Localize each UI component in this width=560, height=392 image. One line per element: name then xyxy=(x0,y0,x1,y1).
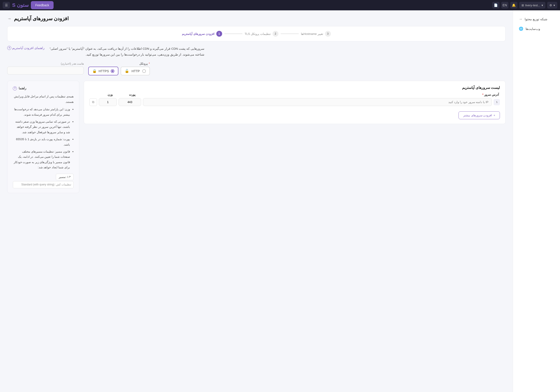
top-navigation: ▾ ⚙ ▾ ...livery-test ⊞ 🔔 EN 📄 Feedback س… xyxy=(0,0,560,10)
step1-label: افزودن سرورهای آپاستریم xyxy=(182,32,214,36)
servers-card: لیست سرورهای آپاستریم آدرس سرور * پورت و… xyxy=(84,81,506,124)
bell-btn[interactable]: 🔔 xyxy=(510,2,518,9)
project-label: ...livery-test xyxy=(525,4,540,7)
chevron-down-icon: ▾ xyxy=(553,4,555,7)
sidebar-item-websites[interactable]: وب‌سایت‌ها 🌐 xyxy=(515,24,558,33)
step3-circle: 3 xyxy=(325,31,331,37)
step-line-2 xyxy=(281,34,299,34)
step-3: تغییر Hostnameها 3 xyxy=(301,31,331,37)
feedback-button[interactable]: Feedback xyxy=(31,1,54,9)
host-header-input[interactable] xyxy=(7,67,84,75)
guide-title-label: راهنما xyxy=(19,86,26,91)
page-arrow-icon: → xyxy=(7,16,11,21)
path-label: مسیر: / xyxy=(59,175,68,179)
server-addr-input[interactable] xyxy=(143,98,492,106)
project-dropdown-btn[interactable]: ▾ ...livery-test ⊞ xyxy=(519,2,545,9)
guide-card: راهنما ? همه‌ی تنظیمات پس از اتمام مراحل… xyxy=(7,81,79,193)
hamburger-btn[interactable]: ☰ xyxy=(3,2,10,9)
help-icon: ? xyxy=(7,46,11,50)
main-layout: شبکه توزیع محتوا → وب‌سایت‌ها 🌐 افزودن س… xyxy=(0,10,560,392)
guide-title: راهنما ? xyxy=(13,86,74,91)
guide-bullet4: قانون مسیر: تنظیمات مسیرهای مختلف صفحات … xyxy=(13,149,70,170)
topnav-right: Feedback ستون S ☰ xyxy=(3,1,54,9)
content-row: لیست سرورهای آپاستریم آدرس سرور * پورت و… xyxy=(7,81,506,193)
protocol-options: HTTPS 🔒 HTTP 🔓 xyxy=(88,67,150,75)
sidebar-item-cdn[interactable]: شبکه توزیع محتوا → xyxy=(515,15,558,23)
main-content: افزودن سرورهای آپاستریم → تغییر Hostname… xyxy=(0,10,513,392)
copy-row-btn[interactable]: ⧉ xyxy=(89,98,97,106)
lang-label: EN xyxy=(503,3,507,7)
brand-icon: S xyxy=(12,2,16,8)
guide-help-icon: ? xyxy=(13,86,17,90)
row-num: ۱ xyxy=(494,99,500,105)
arrow-icon: → xyxy=(519,17,522,21)
col-port-header: پورت xyxy=(121,93,143,96)
server-weight-input[interactable] xyxy=(99,98,117,106)
copy-icon: ⧉ xyxy=(92,100,94,104)
topnav-left: ▾ ⚙ ▾ ...livery-test ⊞ 🔔 EN 📄 xyxy=(55,2,557,9)
plus-icon: + xyxy=(493,114,495,117)
stepper: تغییر Hostnameها 3 تنظیمات پروتکل TLS 2 … xyxy=(7,26,506,41)
guide-link-label: راهنمای افزودن آپاستریم xyxy=(12,46,45,50)
cache-value: Standard (with query string) xyxy=(21,183,54,186)
brand-logo: ستون S xyxy=(12,2,29,8)
chevron-down-icon: ▾ xyxy=(541,4,543,7)
protocol-group: * پروتکل HTTPS 🔒 HTTP xyxy=(88,62,150,75)
http-lock-icon: 🔓 xyxy=(125,69,129,73)
https-radio-dot xyxy=(112,70,113,72)
path-value: /* xyxy=(69,175,71,179)
bell-icon: 🔔 xyxy=(512,3,516,7)
sidebar-item-label: وب‌سایت‌ها xyxy=(526,27,540,31)
guide-link[interactable]: راهنمای افزودن آپاستریم ? xyxy=(7,46,45,50)
servers-table-header: آدرس سرور * پورت وزن xyxy=(89,93,500,96)
col-weight-header: وزن xyxy=(101,93,119,96)
table-row: ۱ ⧉ xyxy=(89,98,500,106)
cache-setting: تنظیمات کش: Standard (with query string) xyxy=(13,181,74,188)
https-lock-icon: 🔒 xyxy=(92,69,97,73)
step2-circle: 2 xyxy=(273,31,279,37)
host-header-group: هاست هدر (اختیاری) xyxy=(7,62,84,75)
step-1: افزودن سرورهای آپاستریم 1 xyxy=(182,31,222,37)
http-radio xyxy=(142,69,146,73)
step2-label: تنظیمات پروتکل TLS xyxy=(245,32,271,36)
https-btn[interactable]: HTTPS 🔒 xyxy=(88,67,118,75)
hamburger-icon: ☰ xyxy=(5,3,8,7)
sidebar-item-label: شبکه توزیع محتوا xyxy=(525,17,547,21)
doc-btn[interactable]: 📄 xyxy=(492,2,500,9)
guide-bullet3: پورت: شماره پورت باید در بازه‌ی 1 تا 655… xyxy=(13,137,70,147)
guide-text1: همه‌ی تنظیمات پس از اتمام مراحل قابل ویر… xyxy=(13,94,74,104)
step1-circle: 1 xyxy=(216,31,222,37)
page-header: افزودن سرورهای آپاستریم → xyxy=(7,16,506,22)
guide-bullet2: در صورتی که تمامی سرورها وزن صفر داشته ب… xyxy=(13,119,70,135)
globe-icon: 🌐 xyxy=(519,27,523,31)
add-server-label: افزودن سرورهای بیشتر xyxy=(463,114,492,117)
add-server-button[interactable]: + افزودن سرورهای بیشتر xyxy=(459,111,500,119)
user-icon: ⚙ xyxy=(550,4,552,7)
step-2: تنظیمات پروتکل TLS 2 xyxy=(245,31,279,37)
page-title: افزودن سرورهای آپاستریم xyxy=(14,16,69,22)
http-label: HTTP xyxy=(132,69,140,73)
http-btn[interactable]: HTTP 🔓 xyxy=(121,67,150,75)
server-port-input[interactable] xyxy=(119,98,141,106)
servers-section-title: لیست سرورهای آپاستریم xyxy=(89,86,500,90)
step3-label: تغییر Hostnameها xyxy=(301,32,323,36)
doc-icon: 📄 xyxy=(494,3,498,7)
description-text: سرورهایی که پشت CDN قرار می‌گیرند و CDN … xyxy=(47,46,204,57)
https-label: HTTPS xyxy=(99,69,109,73)
step-line-1 xyxy=(224,34,242,34)
path-badge: مسیر: / /* xyxy=(56,174,74,180)
user-dropdown-btn[interactable]: ▾ ⚙ xyxy=(547,2,557,9)
col-addr-header: آدرس سرور * xyxy=(145,93,499,96)
https-radio xyxy=(111,69,114,73)
cache-label: تنظیمات کش: xyxy=(55,183,71,186)
guide-bullets: وزن: این پارامتر نشان می‌دهد که درخواست‌… xyxy=(13,107,74,170)
guide-bullet1: وزن: این پارامتر نشان می‌دهد که درخواست‌… xyxy=(13,107,70,117)
form-row: * پروتکل HTTPS 🔒 HTTP xyxy=(7,62,506,75)
protocol-label: * پروتکل xyxy=(88,62,150,65)
sidebar: شبکه توزیع محتوا → وب‌سایت‌ها 🌐 xyxy=(513,10,560,392)
grid-icon: ⊞ xyxy=(521,4,524,7)
description-section: سرورهایی که پشت CDN قرار می‌گیرند و CDN … xyxy=(7,46,506,57)
brand-name: ستون xyxy=(17,2,29,8)
lang-btn[interactable]: EN xyxy=(501,2,509,9)
host-header-label: هاست هدر (اختیاری) xyxy=(7,62,84,65)
